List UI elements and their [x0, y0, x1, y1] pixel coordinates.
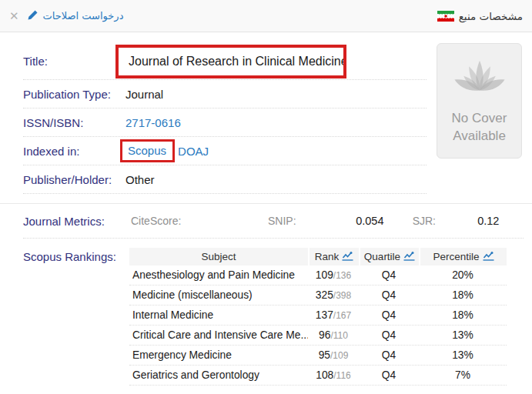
topbar: ✕ درخواست اصلاحات مشخصات منبع [0, 0, 532, 32]
page-title: مشخصات منبع [459, 10, 523, 22]
scopus-rankings-label: Scopus Rankings: [23, 248, 129, 386]
quartile-cell: Q4 [359, 369, 419, 381]
scopus-link[interactable]: Scopus [128, 144, 166, 157]
quartile-cell: Q4 [359, 289, 419, 301]
subject-cell: Emergency Medicine [129, 349, 308, 361]
subject-cell: Critical Care and Intensive Care Me... [129, 329, 308, 341]
header-rank[interactable]: Rank [308, 248, 359, 265]
subject-cell: Anesthesiology and Pain Medicine [129, 269, 308, 281]
journal-metrics-label: Journal Metrics: [23, 215, 131, 228]
percentile-cell: 18% [419, 309, 507, 321]
quartile-cell: Q4 [359, 269, 419, 281]
rank-cell: 325/398 [308, 289, 359, 301]
metrics-divider [23, 238, 524, 239]
title-value: Journal of Research in Clinical Medicine [115, 45, 346, 78]
header-percentile-label: Percentile [433, 251, 479, 262]
percentile-cell: 7% [419, 369, 507, 381]
request-corrections-label: درخواست اصلاحات [43, 10, 124, 22]
indexed-in-label: Indexed in: [23, 145, 125, 158]
rank-value: 137 [316, 309, 333, 321]
trend-chart-icon[interactable] [403, 251, 415, 263]
rank-total: /116 [333, 370, 350, 381]
no-cover-text: No Cover Available [445, 110, 514, 145]
no-cover-placeholder: No Cover Available [437, 43, 522, 159]
lotus-icon [450, 57, 510, 107]
rank-cell: 109/136 [308, 269, 359, 281]
sjr-value: 0.12 [453, 215, 524, 227]
rank-total: /136 [333, 270, 351, 281]
iran-flag-icon [437, 11, 454, 22]
row-title: Title: Journal of Research in Clinical M… [23, 43, 427, 80]
subject-cell: Geriatrics and Gerontology [129, 369, 308, 381]
percentile-cell: 13% [419, 329, 507, 341]
scopus-rankings-section: Scopus Rankings: Subject Rank Quartile [23, 248, 532, 386]
issn-label: ISSN/ISBN: [23, 116, 125, 129]
rankings-table: Subject Rank Quartile [129, 248, 507, 386]
doaj-link[interactable]: DOAJ [178, 145, 209, 158]
publisher-value: Other [125, 173, 155, 186]
header-subject: Subject [129, 248, 308, 265]
rankings-table-header: Subject Rank Quartile [129, 248, 507, 265]
percentile-cell: 20% [419, 269, 507, 281]
rank-value: 95 [319, 349, 330, 361]
quartile-cell: Q4 [359, 309, 419, 321]
table-row: Medicine (miscellaneous) 325/398 Q4 18% [129, 285, 507, 306]
rank-cell: 108/116 [308, 369, 359, 381]
rank-value: 109 [316, 269, 333, 281]
source-details-panel: No Cover Available Title: Journal of Res… [0, 32, 532, 386]
rank-total: /398 [333, 290, 351, 301]
publisher-label: Publisher/Holder: [23, 173, 125, 186]
row-issn: ISSN/ISBN: 2717-0616 [23, 109, 427, 137]
row-publisher: Publisher/Holder: Other [23, 165, 427, 194]
percentile-cell: 18% [419, 289, 507, 301]
title-label: Title: [23, 55, 125, 68]
header-quartile[interactable]: Quartile [359, 248, 419, 265]
rank-total: /167 [333, 310, 351, 321]
close-icon[interactable]: ✕ [9, 9, 19, 23]
rank-total: /110 [330, 330, 347, 341]
citescore-label: CiteScore: [131, 215, 268, 227]
trend-chart-icon[interactable] [483, 251, 494, 263]
header-quartile-label: Quartile [364, 251, 400, 262]
quartile-cell: Q4 [359, 349, 419, 361]
subject-cell: Medicine (miscellaneous) [129, 289, 308, 301]
table-row: Emergency Medicine 95/109 Q4 13% [129, 346, 507, 366]
rank-cell: 96/110 [308, 329, 359, 341]
table-row: Geriatrics and Gerontology 108/116 Q4 7% [129, 366, 507, 386]
rank-cell: 137/167 [308, 309, 359, 321]
journal-metrics-row: Journal Metrics: CiteScore: SNIP: 0.054 … [23, 204, 524, 238]
subject-cell: Internal Medicine [129, 309, 308, 321]
table-row: Internal Medicine 137/167 Q4 18% [129, 306, 507, 326]
row-indexed-in: Indexed in: Scopus DOAJ [23, 137, 427, 165]
issn-link[interactable]: 2717-0616 [125, 116, 181, 129]
publication-type-value: Journal [125, 88, 163, 101]
sjr-label: SJR: [413, 215, 453, 227]
header-rank-label: Rank [315, 251, 340, 262]
snip-value: 0.054 [327, 215, 413, 227]
publication-type-label: Publication Type: [23, 88, 125, 101]
rank-total: /109 [330, 350, 348, 361]
rank-value: 325 [316, 289, 333, 301]
header-percentile[interactable]: Percentile [419, 248, 507, 265]
quartile-cell: Q4 [359, 329, 419, 341]
table-row: Critical Care and Intensive Care Me... 9… [129, 326, 507, 346]
percentile-cell: 13% [419, 349, 507, 361]
pencil-icon [27, 9, 38, 23]
table-row: Anesthesiology and Pain Medicine 109/136… [129, 265, 507, 285]
snip-label: SNIP: [268, 215, 327, 227]
trend-chart-icon[interactable] [342, 251, 353, 263]
rank-value: 96 [319, 329, 330, 341]
request-corrections-link[interactable]: درخواست اصلاحات [27, 9, 124, 23]
rank-value: 108 [316, 369, 333, 381]
row-publication-type: Publication Type: Journal [23, 80, 427, 109]
rank-cell: 95/109 [308, 349, 359, 361]
